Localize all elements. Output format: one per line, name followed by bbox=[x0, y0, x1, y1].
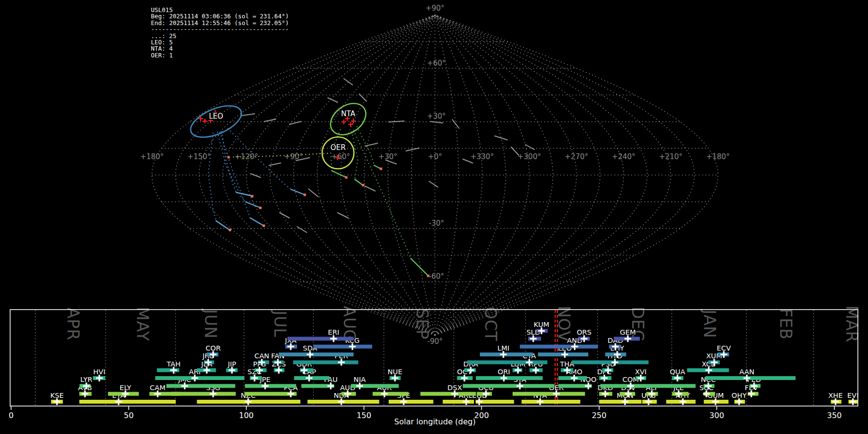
shower-label-KSE: KSE bbox=[50, 392, 64, 399]
radiant-label-LEO: LEO bbox=[209, 112, 223, 121]
x-tick-label: 150 bbox=[356, 411, 371, 420]
shower-peak-marker-FEV bbox=[748, 391, 755, 397]
lon-label: +120° bbox=[234, 152, 258, 161]
shower-label-COR: COR bbox=[205, 344, 221, 352]
sky-and-timeline-plot: +180°+150°+120°+90°+60°+30°+0°+330°+300°… bbox=[0, 0, 868, 434]
shower-peak-marker-LEO bbox=[561, 351, 568, 358]
shower-label-JIP: JIP bbox=[227, 360, 236, 368]
shower-peak-marker-SPE bbox=[400, 398, 407, 405]
shower-label-XHE: XHE bbox=[828, 392, 843, 399]
shower-peak-marker-QUA bbox=[674, 375, 681, 381]
shower-peak-marker-AUR bbox=[381, 391, 388, 397]
summary-line: ...: 25 bbox=[151, 33, 289, 39]
lat-label: +60° bbox=[427, 59, 446, 68]
shower-bar-JPE bbox=[245, 384, 296, 388]
shower-label-AAN: AAN bbox=[739, 368, 754, 376]
summary-line: OER: 1 bbox=[151, 52, 289, 58]
lon-label: +240° bbox=[612, 152, 636, 161]
meteor-endpoint-marker bbox=[345, 176, 348, 179]
radiant-label-NTA: NTA bbox=[341, 109, 355, 118]
sporadic-meteor-streak bbox=[297, 227, 307, 232]
shower-bar-ORI bbox=[476, 376, 543, 380]
shower-label-CAM: CAM bbox=[150, 384, 166, 392]
shower-label-GEM: GEM bbox=[620, 328, 636, 336]
shower-peak-marker-NDA bbox=[338, 398, 345, 405]
sporadic-meteor-streak bbox=[429, 181, 438, 187]
shower-bar-KCG bbox=[313, 345, 372, 349]
shower-bar-NTA bbox=[521, 400, 580, 404]
sporadic-meteor-streak bbox=[264, 119, 276, 122]
month-label-SEP: SEP bbox=[413, 309, 432, 340]
shower-peak-marker-ARI bbox=[191, 375, 198, 381]
graticule-meridian bbox=[435, 15, 624, 335]
meteor-endpoint-marker bbox=[263, 225, 265, 227]
sporadic-meteor-streak bbox=[328, 98, 338, 102]
sporadic-meteor-streak bbox=[338, 213, 348, 218]
sporadic-meteor-streak bbox=[309, 189, 318, 197]
sporadic-meteor-streak bbox=[344, 79, 353, 85]
shower-peak-marker-ZCS bbox=[275, 367, 282, 374]
shower-peak-marker-DPC bbox=[601, 375, 608, 381]
lon-label: +210° bbox=[659, 152, 683, 161]
shower-peak-marker-SLD bbox=[530, 335, 537, 342]
meteor-trail-LEO bbox=[220, 132, 250, 218]
shower-peak-marker-XHE bbox=[832, 398, 839, 405]
summary-line: End: 20251114 12:55:46 (sol = 232.05°) bbox=[151, 20, 289, 26]
shower-peak-marker-DSX bbox=[451, 391, 458, 397]
shower-bar-COM bbox=[600, 384, 696, 388]
meteor-endpoint-marker bbox=[228, 156, 230, 159]
shower-bar-SSG bbox=[171, 392, 236, 396]
meteor-path-NTA bbox=[332, 171, 345, 177]
meteor-path-LEO bbox=[291, 190, 304, 194]
x-tick-label: 0 bbox=[9, 411, 14, 420]
shower-peak-marker-PER bbox=[338, 359, 345, 366]
shower-peak-marker-GUM bbox=[712, 398, 719, 405]
shower-label-OHY: OHY bbox=[732, 392, 746, 399]
x-axis-title: Solar longitude (deg) bbox=[394, 417, 476, 426]
meteor-endpoint-marker bbox=[259, 207, 262, 209]
shower-peak-marker-MON bbox=[622, 398, 628, 405]
shower-label-HVI: HVI bbox=[93, 368, 105, 376]
x-tick-label: 250 bbox=[592, 411, 607, 420]
meteor-trail-NTA bbox=[353, 130, 411, 258]
radiant-plus-mark bbox=[348, 122, 353, 127]
shower-peak-marker-JXA bbox=[287, 343, 294, 350]
shower-bar-ARI bbox=[155, 376, 244, 380]
shower-peak-marker-AVB bbox=[81, 391, 88, 397]
shower-label-LMI: LMI bbox=[497, 344, 509, 352]
shower-label-EVI: EVI bbox=[847, 392, 858, 399]
lon-label: +300° bbox=[517, 152, 541, 161]
month-label-JUL: JUL bbox=[271, 310, 289, 337]
shower-peak-marker-AHY bbox=[679, 398, 686, 405]
shower-bar-DSX bbox=[420, 392, 476, 396]
shower-peak-marker-DKD bbox=[602, 391, 609, 397]
meteor-endpoint-marker bbox=[229, 229, 231, 231]
lat-label: -30° bbox=[429, 219, 444, 228]
shower-peak-marker-NZC bbox=[245, 398, 252, 405]
shower-peak-marker-EGE bbox=[476, 398, 483, 405]
shower-bar-HYD bbox=[572, 360, 649, 364]
app-window: +180°+150°+120°+90°+60°+30°+0°+330°+300°… bbox=[0, 0, 868, 434]
shower-peak-marker-LMI bbox=[500, 351, 507, 358]
month-label-OCT: OCT bbox=[481, 307, 500, 341]
shower-peak-marker-STA bbox=[516, 382, 523, 389]
sporadic-meteor-streak bbox=[365, 186, 375, 191]
shower-peak-marker-AND bbox=[571, 343, 578, 350]
meteor-endpoint-marker bbox=[304, 194, 306, 196]
shower-label-ORS: ORS bbox=[577, 328, 592, 336]
observation-summary: USL015Beg: 20251114 03:06:36 (sol = 231.… bbox=[151, 7, 289, 58]
shower-peak-marker-NIA bbox=[356, 382, 363, 389]
radiant-plus-mark bbox=[203, 119, 207, 123]
meteor-path-LEO bbox=[216, 221, 229, 230]
meteor-endpoint-marker bbox=[362, 184, 365, 187]
shower-peak-marker-LUM bbox=[515, 367, 521, 374]
x-tick-label: 200 bbox=[474, 411, 489, 420]
shower-label-DSX: DSX bbox=[448, 384, 462, 392]
shower-label-ORI: ORI bbox=[498, 368, 510, 376]
shower-peak-marker-AMO bbox=[571, 375, 578, 381]
lon-label: +0° bbox=[428, 152, 442, 161]
shower-peak-marker-PAU bbox=[327, 382, 334, 389]
shower-bar-PER bbox=[293, 360, 358, 364]
shower-peak-marker-JPE bbox=[262, 382, 269, 389]
meteor-path-NTA bbox=[355, 179, 362, 185]
